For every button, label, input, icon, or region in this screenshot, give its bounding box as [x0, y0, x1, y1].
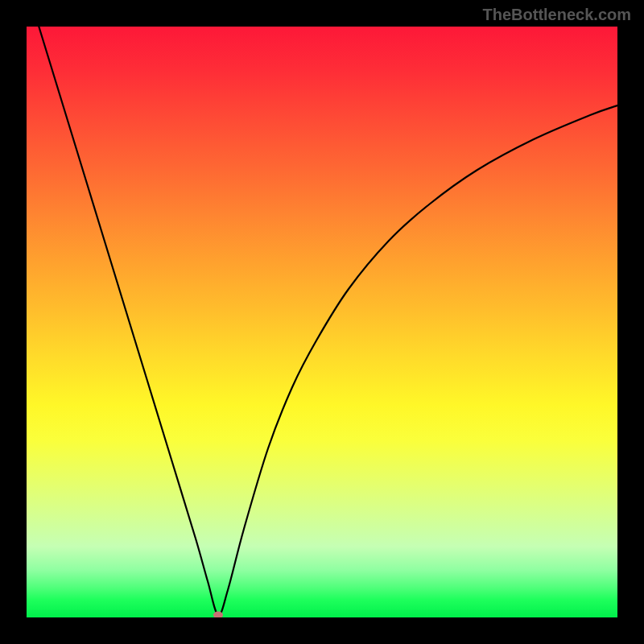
- watermark-text: TheBottleneck.com: [483, 6, 631, 24]
- plot-area: [27, 27, 617, 617]
- bottleneck-curve: [27, 27, 617, 615]
- optimal-point-marker: [213, 612, 223, 618]
- curve-svg: [27, 27, 617, 617]
